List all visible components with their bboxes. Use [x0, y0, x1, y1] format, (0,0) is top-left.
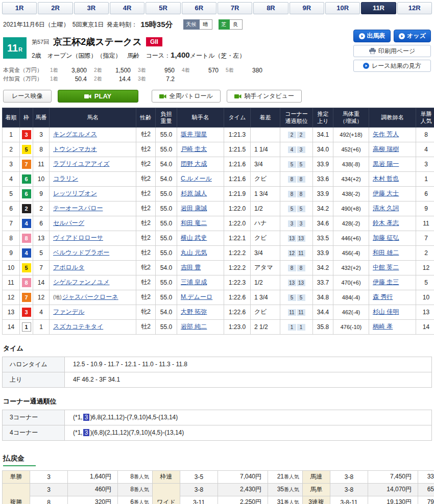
- prize-pair: 3着7.2: [138, 75, 182, 83]
- jockey-link[interactable]: 杉原 誠人: [181, 190, 207, 197]
- race-tab-3R[interactable]: 3R: [74, 2, 109, 14]
- estimated-last-3f: 33.9: [313, 157, 333, 171]
- race-tab-11R[interactable]: 11R: [361, 2, 396, 14]
- trainer-link[interactable]: 中館 英二: [373, 264, 399, 271]
- horse-name-link[interactable]: スズカコテキタイ: [53, 323, 103, 330]
- trainer-link[interactable]: 清水 久詞: [373, 205, 399, 212]
- jockey-interview-button[interactable]: 騎手インタビュー: [227, 90, 302, 103]
- horse-name-link[interactable]: シゲルファンノユメ: [53, 279, 110, 286]
- jockey-link[interactable]: 三浦 皇成: [181, 279, 207, 286]
- popularity-suffix: 番人気: [284, 487, 299, 492]
- corner-position: 5: [288, 161, 296, 168]
- horse-name-cell: シゲルファンノユメ: [50, 275, 136, 290]
- horse-name-link[interactable]: アポロルタ: [53, 264, 84, 271]
- prize-rank: 2着: [94, 75, 102, 83]
- jockey-link[interactable]: M.デムーロ: [181, 293, 212, 300]
- horse-name-link[interactable]: ジャスパークローネ: [62, 293, 118, 300]
- horse-weight: 484(-4): [333, 290, 369, 305]
- trainer-link[interactable]: 森 秀行: [373, 293, 393, 300]
- race-tab-2R[interactable]: 2R: [38, 2, 73, 14]
- trainer-link[interactable]: 柄崎 孝: [373, 323, 393, 330]
- sex-age: 牡2: [136, 245, 156, 260]
- jockey-link[interactable]: 岩田 康誠: [181, 205, 207, 212]
- horse-name-cell: ファンデル: [50, 305, 136, 319]
- race-conditions: 2歳 オープン（国際）（指定） 馬齢 コース：1,400メートル（芝・左）: [32, 51, 245, 60]
- horse-number: 5: [33, 245, 50, 260]
- entry-table-button[interactable]: 出馬表: [353, 30, 391, 42]
- race-tab-9R[interactable]: 9R: [290, 2, 324, 14]
- frame-badge: 2: [22, 204, 31, 213]
- corner-order-text: (*1,: [73, 429, 83, 436]
- trainer-cell: 加藤 征弘: [369, 231, 416, 245]
- horse-name-link[interactable]: テーオースパロー: [53, 205, 103, 212]
- print-page-button[interactable]: 印刷用ページ: [353, 45, 431, 57]
- trainer-link[interactable]: 黒岩 陽一: [373, 160, 399, 167]
- frame-badge: 8: [22, 278, 31, 287]
- trainer-cell: 柄崎 孝: [369, 319, 416, 334]
- race-tab-5R[interactable]: 5R: [146, 2, 180, 14]
- trainer-link[interactable]: 伊藤 大士: [373, 190, 399, 197]
- prize-value: 1,500: [115, 67, 131, 74]
- jockey-link[interactable]: 岩部 純二: [181, 323, 207, 330]
- frame-cell: 8: [20, 275, 33, 290]
- horse-name-link[interactable]: レッツリブオン: [53, 190, 97, 197]
- jockey-link[interactable]: 戸崎 圭太: [181, 145, 207, 153]
- patrol-video-button[interactable]: 全周パトロール: [152, 90, 221, 103]
- jockey-link[interactable]: 団野 大成: [181, 160, 207, 167]
- horse-name-link[interactable]: トウシンマカオ: [53, 145, 97, 153]
- horse-name-link[interactable]: ラブリイユアアイズ: [53, 160, 110, 167]
- jockey-link[interactable]: 横山 武史: [181, 234, 207, 241]
- horse-number: 7: [33, 260, 50, 275]
- bet-type-label: 複勝: [3, 483, 30, 504]
- race-tab-7R[interactable]: 7R: [218, 2, 252, 14]
- race-tab-8R[interactable]: 8R: [253, 2, 288, 14]
- race-tab-4R[interactable]: 4R: [110, 2, 144, 14]
- jockey-link[interactable]: C.ルメール: [181, 175, 212, 182]
- time-section-title: タイム: [3, 344, 432, 353]
- finish-time: 1:21.3: [224, 127, 251, 142]
- horse-name-cell: トウシンマカオ: [50, 142, 136, 157]
- payout-amount: 460円: [68, 483, 118, 496]
- horse-name-link[interactable]: ベルウッドブラボー: [53, 249, 109, 256]
- trainer-link[interactable]: 木村 哲也: [373, 175, 399, 182]
- horse-name-link[interactable]: キングエルメス: [53, 131, 97, 138]
- race-tab-10R[interactable]: 10R: [325, 2, 360, 14]
- jockey-cell: 吉田 豊: [177, 260, 224, 275]
- margin: クビ: [251, 171, 280, 186]
- margin: 3/4: [251, 157, 280, 171]
- trainer-link[interactable]: 加藤 征弘: [373, 234, 399, 241]
- start-time-label: 発走時刻：: [107, 20, 137, 29]
- results-guide-button[interactable]: レース結果の見方: [353, 60, 431, 72]
- horse-name-link[interactable]: セルバーグ: [53, 219, 84, 226]
- trainer-link[interactable]: 高柳 瑞樹: [373, 145, 399, 153]
- corner-row: 4コーナー(*1,3)(6,8)(2,11,12)(7,9,10)(4,5)-(…: [3, 425, 432, 440]
- trainer-link[interactable]: 杉山 佳明: [373, 308, 399, 315]
- trainer-link[interactable]: 和田 雄二: [373, 249, 399, 256]
- trainer-link[interactable]: 鈴木 孝志: [373, 219, 399, 226]
- horse-name-link[interactable]: コラリン: [53, 175, 78, 182]
- horse-name-link[interactable]: ヴィアドロローサ: [53, 234, 103, 241]
- jockey-link[interactable]: 坂井 瑠星: [181, 131, 207, 138]
- odds-button[interactable]: オッズ: [394, 30, 431, 42]
- prize-rank: 1着: [50, 67, 58, 74]
- payout-combination: 3-8-11: [330, 496, 368, 504]
- jockey-link[interactable]: 和田 竜二: [181, 219, 207, 226]
- corner-passing-cell: 1211: [280, 245, 313, 260]
- horse-name-link[interactable]: ファンデル: [53, 308, 84, 315]
- play-button[interactable]: PLAY: [58, 90, 138, 103]
- carried-weight: 55.0: [156, 201, 177, 216]
- jockey-link[interactable]: 大野 拓弥: [181, 308, 207, 315]
- horse-number: 10: [33, 171, 50, 186]
- race-tab-6R[interactable]: 6R: [182, 2, 216, 14]
- trainer-link[interactable]: 矢作 芳人: [373, 131, 399, 138]
- prize-extra-values: 1着50.42着14.43着7.2: [50, 75, 182, 83]
- race-tab-12R[interactable]: 12R: [397, 2, 432, 14]
- race-tab-1R[interactable]: 1R: [2, 2, 37, 14]
- jockey-link[interactable]: 丸山 元気: [181, 249, 207, 256]
- trainer-link[interactable]: 伊藤 圭三: [373, 279, 399, 286]
- jockey-link[interactable]: 吉田 豊: [181, 264, 201, 271]
- race-video-button[interactable]: レース映像: [3, 90, 52, 103]
- corner-position: 2: [297, 132, 305, 138]
- weather-label: 天候: [183, 19, 200, 30]
- results-table: 着順枠馬番馬名性齢負担 重量騎手名タイム着差コーナー 通過順位推定 上り馬体重 …: [2, 108, 434, 335]
